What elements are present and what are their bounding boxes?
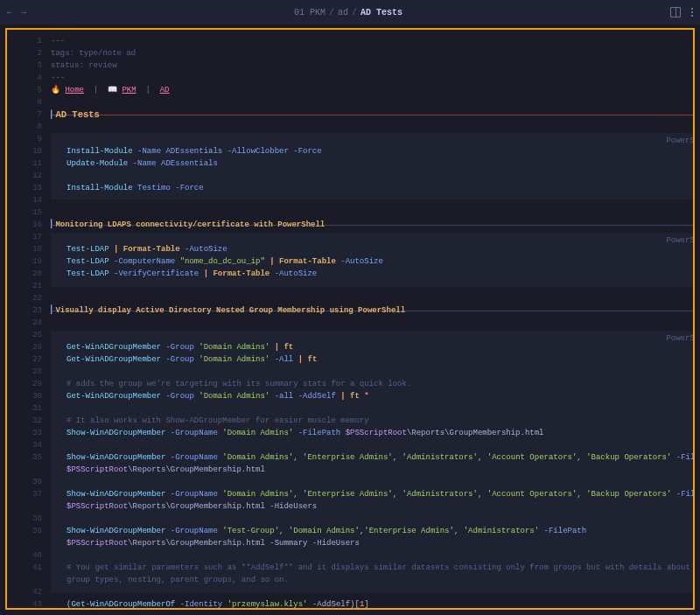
editor-lines[interactable]: --- tags: type/note ad status: review --… <box>51 35 695 610</box>
heading-1: AD Tests <box>55 109 99 120</box>
lang-badge-3: PowerShell <box>666 334 695 343</box>
nav-back-icon[interactable]: ← <box>7 8 12 17</box>
editor-area[interactable]: 1234567891011121314151617181920212223242… <box>5 28 695 610</box>
lang-badge-1: PowerShell <box>666 136 695 145</box>
lang-badge-2: PowerShell <box>666 236 695 245</box>
crumb-folder[interactable]: ad <box>338 8 348 17</box>
heading-2b: Visually display Active Directory Nested… <box>55 306 405 315</box>
line-gutter: 1234567891011121314151617181920212223242… <box>7 30 51 608</box>
book-icon: 📖 <box>108 86 122 94</box>
title-bar: ← → 01 PKM / ad / AD Tests <box>0 0 700 24</box>
link-home[interactable]: Home <box>65 86 84 94</box>
heading-2a: Monitoring LDAPS connectivity/certificat… <box>55 220 325 229</box>
link-pkm[interactable]: PKM <box>122 86 136 94</box>
fire-icon: 🔥 <box>51 86 65 94</box>
reading-view-icon[interactable] <box>670 7 681 17</box>
crumb-current[interactable]: AD Tests <box>360 8 402 17</box>
nav-forward-icon[interactable]: → <box>21 8 26 17</box>
breadcrumb: 01 PKM / ad / AD Tests <box>33 8 663 17</box>
crumb-root[interactable]: 01 PKM <box>294 8 326 17</box>
link-ad[interactable]: AD <box>160 86 170 94</box>
more-menu-icon[interactable] <box>691 8 693 17</box>
